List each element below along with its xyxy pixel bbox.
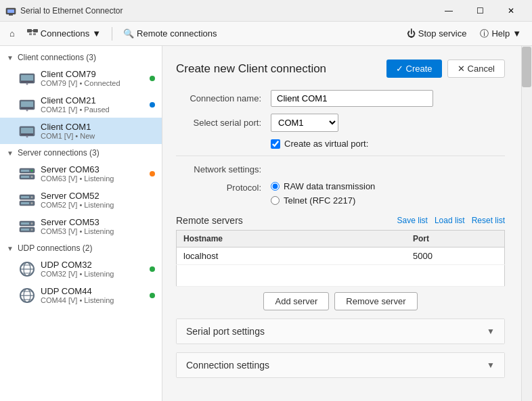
- virtual-port-checkbox[interactable]: [271, 139, 280, 149]
- server-com53-sub: COM53 [V] • Listening: [41, 227, 155, 235]
- load-list-button[interactable]: Load list: [435, 216, 465, 225]
- scrollbar-thumb[interactable]: [522, 47, 531, 87]
- remove-server-button[interactable]: Remove server: [334, 292, 417, 310]
- sidebar-item-client-com1[interactable]: Client COM1 COM1 [V] • New: [0, 118, 162, 144]
- client-com79-info: Client COM79 COM79 [V] • Connected: [41, 69, 144, 87]
- server-connections-label: Server connections (3): [18, 148, 99, 158]
- remote-connections-button[interactable]: 🔍 Remote connections: [119, 26, 221, 41]
- server-com63-status: [150, 171, 155, 176]
- connection-name-label: Connection name:: [176, 93, 271, 103]
- minimize-button[interactable]: —: [433, 0, 464, 22]
- sidebar: ▼ Client connections (3) Client COM79 CO…: [0, 46, 162, 401]
- svg-point-23: [31, 176, 33, 178]
- maximize-button[interactable]: ☐: [464, 0, 495, 22]
- udp-com44-icon: [19, 287, 35, 304]
- help-icon: ⓘ: [480, 28, 489, 40]
- svg-point-19: [26, 135, 28, 137]
- udp-connections-section[interactable]: ▼ UDP connections (2): [0, 239, 162, 256]
- serial-port-settings-arrow-icon: ▼: [487, 327, 495, 336]
- divider-1: [176, 156, 505, 156]
- protocol-raw-radio[interactable]: [271, 182, 280, 191]
- servers-table: Hostname Port localhost 5000: [176, 230, 505, 287]
- server-port-0: 5000: [406, 247, 505, 265]
- window-controls[interactable]: — ☐ ✕: [433, 0, 527, 22]
- client-com1-info: Client COM1 COM1 [V] • New: [41, 122, 155, 140]
- reset-list-button[interactable]: Reset list: [472, 216, 505, 225]
- sidebar-item-client-com79[interactable]: Client COM79 COM79 [V] • Connected: [0, 65, 162, 91]
- udp-com32-info: UDP COM32 COM32 [V] • Listening: [41, 260, 144, 278]
- udp-com32-name: UDP COM32: [41, 260, 144, 270]
- cancel-button[interactable]: ✕ Cancel: [447, 60, 505, 78]
- serial-port-settings-header[interactable]: Serial port settings ▼: [177, 319, 504, 344]
- toolbar-separator: [112, 27, 112, 41]
- serial-port-select[interactable]: COM1 COM2 COM3 COM4: [271, 114, 338, 132]
- svg-rect-18: [21, 134, 33, 135]
- connections-menu[interactable]: Connections ▼: [23, 25, 105, 42]
- add-server-button[interactable]: Add server: [263, 292, 329, 310]
- panel-actions: ✓ Create ✕ Cancel: [386, 60, 506, 78]
- svg-rect-6: [29, 33, 32, 35]
- sidebar-item-client-com21[interactable]: Client COM21 COM21 [V] • Paused: [0, 91, 162, 118]
- search-icon: 🔍: [123, 28, 134, 39]
- server-empty-row: [177, 265, 505, 287]
- svg-rect-2: [9, 14, 13, 16]
- protocol-telnet-item[interactable]: Telnet (RFC 2217): [271, 195, 375, 206]
- virtual-port-label[interactable]: Create as virtual port:: [284, 139, 368, 149]
- stop-service-button[interactable]: ⏻ Stop service: [401, 26, 472, 41]
- save-list-button[interactable]: Save list: [397, 216, 428, 225]
- content-inner: Create new Client connection ✓ Create ✕ …: [162, 46, 532, 392]
- create-button[interactable]: ✓ Create: [386, 60, 442, 78]
- protocol-label: Protocol:: [176, 181, 271, 193]
- chevron-down-icon: ▼: [7, 54, 14, 62]
- connections-label: Connections: [41, 28, 89, 39]
- remote-servers-actions: Save list Load list Reset list: [397, 216, 505, 225]
- svg-point-29: [31, 202, 33, 204]
- network-settings-row: Network settings:: [176, 163, 505, 174]
- protocol-raw-label: RAW data transmission: [284, 181, 375, 191]
- close-button[interactable]: ✕: [495, 0, 527, 22]
- udp-com44-info: UDP COM44 COM44 [V] • Listening: [41, 286, 144, 304]
- virtual-port-row: Create as virtual port:: [176, 139, 505, 149]
- svg-rect-4: [33, 29, 38, 32]
- help-button[interactable]: ⓘ Help ▼: [474, 25, 527, 43]
- svg-rect-31: [21, 202, 29, 204]
- svg-rect-17: [21, 128, 33, 133]
- home-icon: ⌂: [9, 28, 15, 39]
- sidebar-item-server-com63[interactable]: Server COM63 COM63 [V] • Listening: [0, 160, 162, 187]
- client-connections-section[interactable]: ▼ Client connections (3): [0, 49, 162, 65]
- toolbar-right: ⏻ Stop service ⓘ Help ▼: [401, 25, 527, 43]
- protocol-telnet-radio[interactable]: [271, 196, 280, 205]
- udp-com44-status: [150, 293, 155, 298]
- server-com53-info: Server COM53 COM53 [V] • Listening: [41, 217, 155, 235]
- svg-rect-25: [21, 176, 29, 178]
- connections-chevron-icon: ▼: [92, 28, 101, 39]
- server-connections-section[interactable]: ▼ Server connections (3): [0, 144, 162, 160]
- scrollbar-track[interactable]: [521, 46, 532, 401]
- client-com21-sub: COM21 [V] • Paused: [41, 105, 144, 114]
- connection-settings-header[interactable]: Connection settings ▼: [177, 353, 504, 377]
- svg-rect-14: [21, 108, 33, 109]
- connection-settings-label: Connection settings: [186, 360, 269, 371]
- protocol-raw-item[interactable]: RAW data transmission: [271, 181, 375, 191]
- sidebar-item-server-com52[interactable]: Server COM52 COM52 [V] • Listening: [0, 187, 162, 213]
- sidebar-item-udp-com32[interactable]: UDP COM32 COM32 [V] • Listening: [0, 256, 162, 282]
- panel-title: Create new Client connection: [176, 62, 326, 76]
- checkmark-icon: ✓: [396, 64, 403, 74]
- chevron-down-icon: ▼: [7, 245, 14, 252]
- svg-rect-24: [21, 170, 29, 172]
- client-com1-sub: COM1 [V] • New: [41, 132, 155, 140]
- server-com63-info: Server COM63 COM63 [V] • Listening: [41, 164, 144, 183]
- svg-rect-30: [21, 196, 29, 198]
- udp-com32-icon: [19, 261, 35, 277]
- connection-name-input[interactable]: [271, 90, 433, 107]
- svg-rect-9: [21, 75, 33, 80]
- port-header: Port: [406, 231, 505, 247]
- server-com63-icon: [19, 166, 35, 182]
- sidebar-item-server-com53[interactable]: Server COM53 COM53 [V] • Listening: [0, 213, 162, 239]
- connection-name-row: Connection name:: [176, 90, 505, 107]
- server-row-0[interactable]: localhost 5000: [177, 247, 505, 265]
- servers-table-head: Hostname Port: [177, 231, 505, 247]
- client-com21-info: Client COM21 COM21 [V] • Paused: [41, 95, 144, 114]
- sidebar-item-udp-com44[interactable]: UDP COM44 COM44 [V] • Listening: [0, 282, 162, 308]
- home-button[interactable]: ⌂: [5, 26, 19, 41]
